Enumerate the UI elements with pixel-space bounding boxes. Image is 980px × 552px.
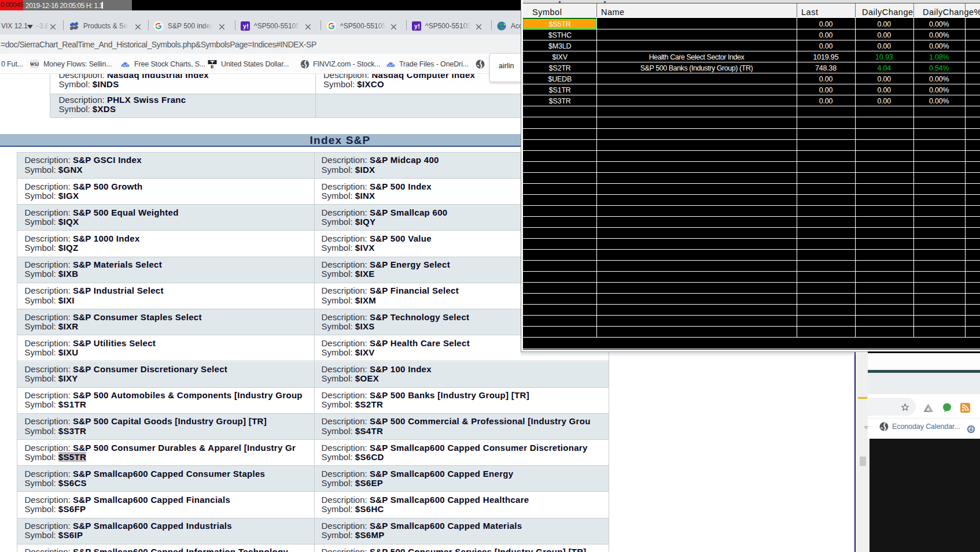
svg-text:E: E [211,64,214,68]
svg-text:WSJ: WSJ [30,62,39,67]
svg-text:y: y [414,23,418,29]
svg-text:y: y [243,23,246,29]
